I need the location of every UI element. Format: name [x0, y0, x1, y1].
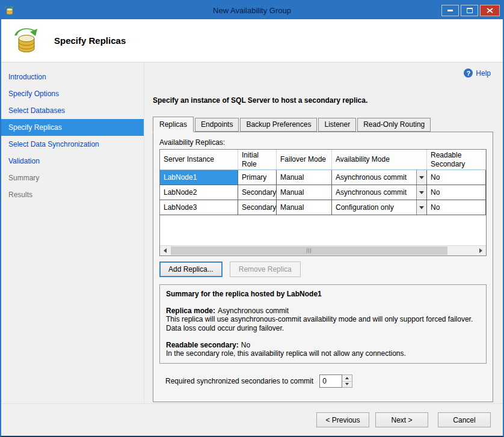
server-instance-cell[interactable]: LabNode3 [160, 200, 238, 215]
chevron-down-icon [345, 383, 349, 385]
readable-secondary-cell[interactable]: No [427, 200, 486, 215]
sidebar-item-select-databases[interactable]: Select Databases [1, 102, 144, 119]
sidebar-item-introduction[interactable]: Introduction [1, 69, 144, 85]
stepper-down-button[interactable] [342, 382, 352, 388]
wizard-header: Specify Replicas [1, 19, 503, 63]
stepper-up-button[interactable] [342, 375, 352, 382]
failover-mode-cell[interactable]: Manual [277, 200, 332, 215]
replica-mode-line: Replica mode:Asynchronous commit [166, 307, 480, 315]
initial-role-cell[interactable]: Secondary [238, 200, 277, 215]
scrollbar-grip-icon [307, 248, 312, 253]
readable-secondary-label: Readable secondary: [166, 341, 239, 349]
tab-strip: Replicas Endpoints Backup Preferences Li… [153, 117, 493, 132]
dropdown-button[interactable] [416, 170, 426, 185]
page-title: Specify Replicas [54, 35, 126, 46]
replica-mode-value: Asynchronous commit [218, 307, 289, 315]
quorum-row: Required synchronized secondaries to com… [165, 374, 487, 388]
failover-mode-cell[interactable]: Manual [277, 185, 332, 200]
tab-read-only-routing[interactable]: Read-Only Routing [357, 118, 431, 132]
availability-replicas-label: Availability Replicas: [159, 138, 487, 147]
server-instance-cell[interactable]: LabNode1 [160, 170, 238, 185]
availability-mode-value: Configuration only [332, 201, 416, 213]
next-button[interactable]: Next > [375, 412, 428, 427]
main-panel: ? Help Specify an instance of SQL Server… [144, 63, 503, 403]
help-icon: ? [464, 69, 473, 78]
column-header-server-instance[interactable]: Server Instance [160, 150, 238, 170]
grid-header-row: Server Instance Initial Role Failover Mo… [160, 150, 486, 170]
previous-button[interactable]: < Previous [316, 412, 369, 427]
close-button[interactable] [480, 5, 500, 16]
scroll-right-button[interactable] [476, 246, 486, 255]
table-row: LabNode3 Secondary Manual Configuration … [160, 200, 486, 215]
availability-mode-combo[interactable]: Asynchronous commit [332, 185, 427, 200]
sidebar-item-validation[interactable]: Validation [1, 153, 144, 170]
chevron-down-icon [419, 191, 424, 194]
chevron-down-icon [419, 176, 424, 179]
failover-mode-cell[interactable]: Manual [277, 170, 332, 185]
column-header-failover-mode[interactable]: Failover Mode [277, 150, 332, 170]
availability-mode-value: Asynchronous commit [332, 171, 416, 183]
sidebar-item-specify-replicas[interactable]: Specify Replicas [1, 119, 144, 136]
scroll-left-icon [164, 248, 167, 253]
sidebar-item-summary: Summary [1, 170, 144, 186]
dropdown-button[interactable] [416, 185, 426, 200]
table-row: LabNode2 Secondary Manual Asynchronous c… [160, 185, 486, 200]
initial-role-cell[interactable]: Primary [238, 170, 277, 185]
cancel-button[interactable]: Cancel [438, 412, 491, 427]
availability-group-icon [12, 26, 41, 55]
maximize-button[interactable] [461, 5, 478, 16]
readable-secondary-line: Readable secondary:No [166, 341, 480, 349]
availability-mode-value: Asynchronous commit [332, 186, 416, 198]
wizard-footer: < Previous Next > Cancel [1, 403, 503, 436]
dropdown-button[interactable] [416, 200, 426, 215]
chevron-down-icon [419, 206, 424, 209]
tab-endpoints[interactable]: Endpoints [195, 118, 239, 132]
column-header-availability-mode[interactable]: Availability Mode [332, 150, 427, 170]
readable-secondary-cell[interactable]: No [427, 170, 486, 185]
readable-secondary-description: In the secondary role, this availability… [166, 349, 480, 358]
quorum-label: Required synchronized secondaries to com… [165, 377, 313, 385]
readable-secondary-cell[interactable]: No [427, 185, 486, 200]
readable-secondary-value: No [241, 341, 250, 349]
replica-summary-box: Summary for the replica hosted by LabNod… [159, 284, 487, 364]
tab-listener[interactable]: Listener [318, 118, 356, 132]
sidebar-item-results: Results [1, 186, 144, 203]
app-icon [4, 5, 15, 16]
availability-mode-combo[interactable]: Asynchronous commit [332, 170, 427, 185]
column-header-initial-role[interactable]: Initial Role [238, 150, 277, 170]
sidebar-item-select-data-synchronization[interactable]: Select Data Synchronization [1, 136, 144, 153]
initial-role-cell[interactable]: Secondary [238, 185, 277, 200]
instruction-text: Specify an instance of SQL Server to hos… [153, 96, 493, 105]
help-label: Help [476, 69, 491, 78]
wizard-window: New Availability Group Specify Replicas … [0, 0, 504, 437]
tab-replicas[interactable]: Replicas [153, 117, 194, 132]
quorum-stepper [342, 374, 352, 388]
wizard-steps: Introduction Specify Options Select Data… [1, 63, 144, 403]
remove-replica-button: Remove Replica [230, 261, 301, 277]
add-replica-button[interactable]: Add Replica... [159, 261, 223, 277]
column-header-readable-secondary[interactable]: Readable Secondary [427, 150, 486, 170]
tab-backup-preferences[interactable]: Backup Preferences [240, 118, 317, 132]
help-link[interactable]: ? Help [464, 69, 491, 78]
chevron-up-icon [345, 377, 349, 379]
scrollbar-thumb[interactable] [171, 246, 447, 255]
scroll-right-icon [479, 248, 482, 253]
minimize-button[interactable] [441, 5, 459, 16]
server-instance-cell[interactable]: LabNode2 [160, 185, 238, 200]
availability-mode-combo[interactable]: Configuration only [332, 200, 427, 215]
table-row: LabNode1 Primary Manual Asynchronous com… [160, 170, 486, 185]
summary-title: Summary for the replica hosted by LabNod… [166, 290, 480, 298]
scroll-left-button[interactable] [160, 246, 170, 255]
replica-mode-description: This replica will use asynchronous-commi… [166, 315, 480, 333]
replicas-grid: Server Instance Initial Role Failover Mo… [159, 149, 487, 256]
window-title: New Availability Group [1, 6, 503, 15]
maximize-icon [467, 8, 473, 13]
title-bar[interactable]: New Availability Group [1, 1, 503, 19]
quorum-input[interactable] [319, 374, 342, 388]
horizontal-scrollbar[interactable] [160, 245, 486, 255]
replicas-tab-page: Availability Replicas: Server Instance I… [153, 132, 493, 402]
close-icon [487, 8, 493, 13]
replica-mode-label: Replica mode: [166, 307, 215, 315]
minimize-icon [447, 10, 453, 11]
sidebar-item-specify-options[interactable]: Specify Options [1, 85, 144, 102]
